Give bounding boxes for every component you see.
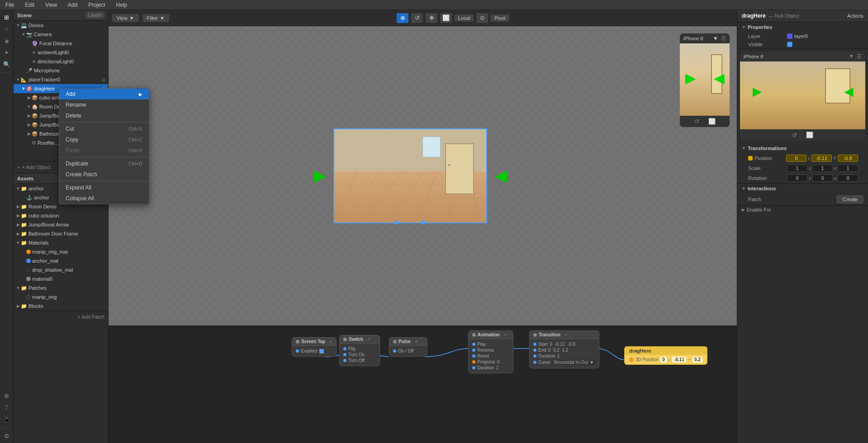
ctx-item-create-patch[interactable]: Create Patch — [59, 169, 149, 180]
enabled-checkbox[interactable] — [319, 349, 324, 353]
menu-file[interactable]: File — [4, 1, 16, 9]
assets-item-material0[interactable]: ▶ material0 — [14, 274, 108, 283]
turnon-dot[interactable] — [343, 353, 346, 356]
properties-header[interactable]: ▼ Properties — [737, 22, 868, 32]
anchor-folder-arrow[interactable]: ▼ — [15, 186, 21, 191]
rotation-y-field[interactable] — [812, 174, 833, 182]
tree-arrow-roomdemo[interactable]: ▼ — [26, 104, 32, 109]
tree-arrow-bathroom[interactable]: ▶ — [26, 132, 32, 136]
iphone-menu[interactable]: ☰ — [721, 35, 726, 42]
reset-dot[interactable] — [472, 354, 475, 358]
menu-project[interactable]: Project — [86, 1, 107, 9]
tool-select[interactable]: ⊕ — [397, 13, 408, 23]
sidebar-icon-search[interactable]: 🔍 — [1, 59, 12, 70]
blocks-arrow[interactable]: ▶ — [15, 304, 21, 308]
ctx-item-add[interactable]: Add ▶ — [59, 89, 149, 99]
assets-item-jumpboost[interactable]: ▶ 📁 Jump/Boost Arrow — [14, 220, 108, 229]
sidebar-icon-assets[interactable]: ◈ — [1, 35, 12, 46]
menu-help[interactable]: Help — [114, 1, 129, 9]
transition-expand[interactable]: ↗ — [564, 333, 568, 337]
patches-arrow[interactable]: ▼ — [15, 286, 21, 290]
screen-tap-node[interactable]: Screen Tap ↗ Enabled — [292, 337, 337, 357]
tree-arrow-camera[interactable]: ▼ — [21, 32, 26, 37]
planetracker-action-focus[interactable]: ⊙ — [101, 77, 106, 82]
ctx-item-rename[interactable]: Rename — [59, 99, 149, 110]
rotation-z-field[interactable] — [838, 174, 858, 182]
tree-item-device[interactable]: ▼ 💻 Device — [14, 21, 108, 30]
assets-item-blocks[interactable]: ▶ 📁 Blocks — [14, 302, 108, 311]
duration-dot[interactable] — [472, 366, 475, 369]
scale-x-field[interactable] — [787, 165, 807, 172]
trans-dur-dot[interactable] — [533, 354, 536, 358]
layers-button[interactable]: Layers — [85, 12, 104, 19]
enable-for-row[interactable]: ▶ Enable For — [737, 206, 868, 214]
rotation-x-field[interactable] — [787, 174, 807, 182]
scale-z-field[interactable] — [838, 165, 858, 172]
bathroom-assets-arrow[interactable]: ▶ — [15, 231, 21, 236]
turnoff-dot[interactable] — [343, 359, 346, 362]
viewport-canvas[interactable]: ▶ ◀ → iPhone 8 ▼ ☰ — [109, 26, 737, 325]
switch-node[interactable]: Switch ↗ Flip Turn On — [339, 335, 380, 366]
tool-refresh[interactable]: ↺ — [411, 13, 423, 23]
tool-scale[interactable]: ⬜ — [440, 13, 452, 23]
filter-dropdown[interactable]: Filter ▼ — [142, 14, 169, 22]
assets-item-bathroom[interactable]: ▶ 📁 Bathroom Door Frame — [14, 229, 108, 238]
assets-item-cubo[interactable]: ▶ 📁 cubo oclusion — [14, 211, 108, 220]
assets-item-patches[interactable]: ▼ 📁 Patches — [14, 283, 108, 292]
tree-item-microphone[interactable]: ▶ 🎤 Microphone — [14, 66, 108, 75]
roomdemo-assets-arrow[interactable]: ▶ — [15, 204, 21, 209]
position-z-field[interactable] — [838, 155, 858, 162]
interactions-header[interactable]: ▼ Interactions — [737, 184, 868, 193]
tool-move[interactable]: ✥ — [426, 13, 437, 23]
pulse-node[interactable]: Pulse ↗ On / Off — [389, 337, 427, 357]
assets-item-anchor-mat[interactable]: ▶ anchor_mat — [14, 256, 108, 265]
sidebar-icon-share[interactable]: ⤴ — [1, 402, 12, 413]
sidebar-icon-settings[interactable]: ⚙ — [1, 430, 12, 441]
jumpboost-assets-arrow[interactable]: ▶ — [15, 222, 21, 227]
materials-arrow[interactable]: ▼ — [15, 240, 21, 245]
sidebar-icon-layers[interactable]: ⊞ — [1, 12, 12, 23]
assets-item-materials[interactable]: ▼ 📁 Materials — [14, 238, 108, 247]
switch-expand[interactable]: ↗ — [367, 337, 370, 342]
scale-y-field[interactable] — [812, 165, 833, 172]
menu-view[interactable]: View — [43, 1, 59, 9]
curve-dot[interactable] — [533, 361, 536, 364]
tree-arrow-planetracker[interactable]: ▼ — [15, 77, 21, 82]
animation-expand[interactable]: ↗ — [503, 333, 507, 337]
pulse-expand[interactable]: ↗ — [414, 339, 418, 344]
assets-item-drop-shadow-mat[interactable]: ▶ drop_shadow_mat — [14, 265, 108, 274]
ctx-item-copy[interactable]: Copy Ctrl+C — [59, 134, 149, 145]
ctx-item-expand-all[interactable]: Expand All — [59, 182, 149, 193]
tree-arrow-jumpboost2[interactable]: ▶ — [26, 123, 32, 127]
corner-handle-bl[interactable] — [395, 221, 398, 224]
iphone-right-screenshot[interactable]: ⬜ — [806, 132, 813, 138]
cubo-assets-arrow[interactable]: ▶ — [15, 213, 21, 218]
patch-editor[interactable]: Screen Tap ↗ Enabled — [109, 325, 737, 443]
screen-tap-expand[interactable]: ↗ — [329, 339, 332, 344]
ctx-item-cut[interactable]: Cut Ctrl+X — [59, 123, 149, 134]
assets-item-manip-ring[interactable]: ▶ ⬡ manip_ring — [14, 292, 108, 302]
tool-pivot[interactable]: ⊙ — [476, 13, 488, 23]
visible-checkbox[interactable] — [787, 42, 792, 47]
progress-dot[interactable] — [472, 360, 475, 363]
tree-item-directional[interactable]: ▶ ☀ directionalLight0 — [14, 57, 108, 66]
actions-button[interactable]: Actions — [847, 13, 863, 19]
corner-handle-br[interactable] — [422, 221, 425, 224]
tree-item-ambient[interactable]: ▶ ☀ ambientLight0 — [14, 48, 108, 57]
assets-item-manip-ring-mat[interactable]: ▶ manip_ring_mat — [14, 247, 108, 256]
move-handle[interactable]: → — [485, 172, 493, 180]
sidebar-icon-devices[interactable]: 📱 — [1, 414, 12, 424]
tree-arrow-jumpboost1[interactable]: ▶ — [26, 113, 32, 118]
animation-node[interactable]: Animation ↗ Play Reverse — [468, 330, 513, 373]
play-dot[interactable] — [472, 343, 475, 346]
end-dot[interactable] — [533, 349, 536, 352]
tree-arrow-draghere[interactable]: ▼ — [21, 86, 26, 91]
menu-add[interactable]: Add — [66, 1, 79, 9]
draghere-patch-node[interactable]: dragHere 3D Position 0 x -0.11 Y 0.2 — [624, 346, 707, 365]
iphone-refresh[interactable]: ↺ — [694, 118, 699, 125]
tree-item-focal[interactable]: ▶ 🔮 Focal Distance — [14, 39, 108, 48]
add-patch-button[interactable]: + Add Patch — [77, 313, 104, 321]
ctx-item-delete[interactable]: Delete — [59, 110, 149, 121]
tree-arrow-cubo[interactable]: ▶ — [26, 95, 32, 100]
view-dropdown[interactable]: View ▼ — [112, 14, 139, 22]
